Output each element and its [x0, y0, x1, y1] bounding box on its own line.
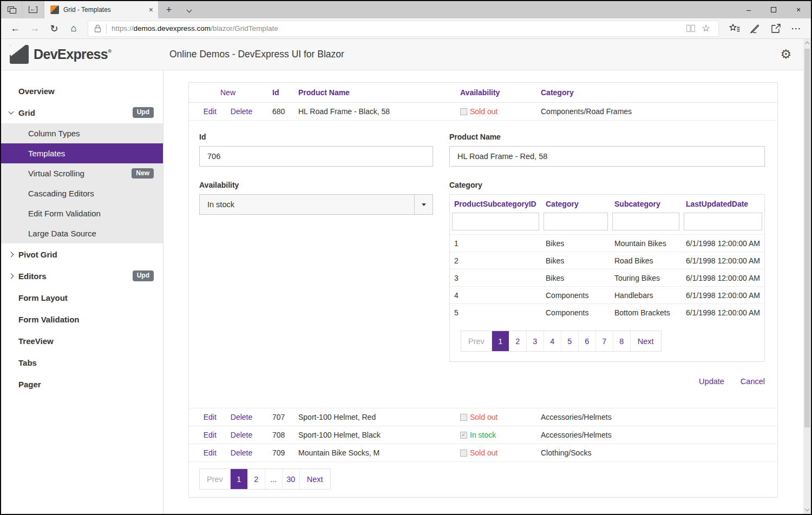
maximize-button[interactable]	[761, 1, 786, 18]
subgrid-cell: 6/1/1998 12:00:00 AM	[682, 274, 764, 282]
sidebar-item-virtual-scrolling[interactable]: Virtual ScrollingNew	[1, 163, 163, 183]
pager-page-button[interactable]: 7	[595, 331, 613, 351]
availability-combobox[interactable]: In stock	[199, 194, 433, 215]
sidebar-item-templates[interactable]: Templates	[1, 143, 163, 163]
pager-next-button[interactable]: Next	[630, 331, 661, 351]
delete-link[interactable]: Delete	[231, 107, 252, 116]
sidebar-item-pager[interactable]: Pager	[1, 373, 163, 395]
tab-close-icon[interactable]: ×	[149, 6, 153, 14]
column-header-category[interactable]: Category	[535, 88, 777, 97]
pager-next-button[interactable]: Next	[299, 469, 330, 489]
column-header-availability[interactable]: Availability	[456, 88, 535, 97]
filter-input-lastupdateddate[interactable]	[684, 213, 762, 230]
pager-page-button[interactable]: 3	[526, 331, 543, 351]
gear-icon[interactable]: ⚙	[780, 48, 791, 61]
sidebar-item-column-types[interactable]: Column Types	[1, 123, 163, 143]
subgrid-column-category[interactable]: Category	[541, 195, 610, 213]
browser-titlebar: Grid - Templates × + – ×	[1, 1, 811, 18]
devexpress-logo[interactable]: DevExpress®	[10, 45, 169, 64]
subgrid-column-lastupdateddate[interactable]: LastUpdatedDate	[682, 195, 764, 213]
pager-page-button[interactable]: 2	[509, 331, 526, 351]
delete-link[interactable]: Delete	[231, 431, 252, 439]
url-protocol: https://	[112, 24, 134, 32]
sidebar-item-pivot-grid[interactable]: Pivot Grid	[1, 243, 163, 265]
column-header-id[interactable]: Id	[267, 88, 293, 97]
subgrid-header-row: ProductSubcategoryID Category Subcategor…	[450, 195, 764, 213]
settings-more-icon[interactable]: ⋯	[786, 21, 807, 37]
new-tab-button[interactable]: +	[158, 1, 180, 18]
subgrid-row: 1 Bikes Mountain Bikes 6/1/1998 12:00:00…	[450, 234, 764, 252]
page-scrollbar[interactable]	[803, 39, 811, 514]
minimize-button[interactable]: –	[736, 1, 761, 18]
devexpress-logo-icon	[10, 45, 29, 64]
sidebar-item-label: Cascading Editors	[28, 189, 94, 198]
share-icon[interactable]	[765, 21, 786, 37]
sidebar-item-cascading-editors[interactable]: Cascading Editors	[1, 183, 163, 203]
registered-mark: ®	[108, 49, 111, 54]
tab-title: Grid - Templates	[63, 6, 145, 14]
home-button[interactable]: ⌂	[64, 21, 83, 37]
browser-tab[interactable]: Grid - Templates ×	[44, 1, 158, 18]
sidebar-item-form-validation[interactable]: Form Validation	[1, 308, 163, 330]
pager-ellipsis[interactable]: ...	[265, 469, 282, 489]
sidebar-item-overview[interactable]: Overview	[1, 80, 163, 102]
subgrid-column-productsubcategoryid[interactable]: ProductSubcategoryID	[450, 195, 541, 213]
cell-id: 709	[267, 448, 293, 457]
pager-page-button[interactable]: 6	[578, 331, 595, 351]
pager-page-button[interactable]: 4	[543, 331, 561, 351]
pager-page-button[interactable]: 30	[282, 469, 299, 489]
edit-link[interactable]: Edit	[204, 107, 217, 116]
delete-link[interactable]: Delete	[231, 448, 252, 457]
filter-input-subcategory[interactable]	[612, 213, 679, 230]
pager-page-button[interactable]: 2	[247, 469, 265, 489]
add-favorite-star-icon[interactable]: ☆	[698, 23, 713, 34]
pager-page-button[interactable]: 5	[561, 331, 578, 351]
sidebar-item-tabs[interactable]: Tabs	[1, 352, 163, 373]
edit-link[interactable]: Edit	[204, 431, 217, 439]
product-name-field[interactable]	[449, 146, 765, 167]
pager-prev-button[interactable]: Prev	[200, 469, 230, 489]
edit-link[interactable]: Edit	[204, 448, 217, 457]
sidebar-item-label: Large Data Source	[28, 229, 96, 238]
subgrid-cell: 6/1/1998 12:00:00 AM	[682, 239, 764, 248]
scroll-down-icon[interactable]	[804, 507, 809, 511]
pager-page-button[interactable]: 8	[613, 331, 630, 351]
sidebar-item-form-layout[interactable]: Form Layout	[1, 287, 163, 308]
filter-input-category[interactable]	[543, 213, 608, 230]
sidebar-item-label: Form Validation	[18, 315, 80, 324]
pager-page-button[interactable]: 1	[492, 331, 509, 351]
back-button[interactable]: ←	[5, 21, 25, 37]
sidebar-item-editors[interactable]: EditorsUpd	[1, 265, 163, 287]
forward-button[interactable]: →	[25, 21, 44, 37]
edit-link[interactable]: Edit	[204, 413, 217, 421]
sidebar-item-large-data-source[interactable]: Large Data Source	[1, 223, 163, 243]
cancel-link[interactable]: Cancel	[741, 377, 765, 386]
url-field[interactable]: https://demos.devexpress.com/blazor/Grid…	[88, 21, 719, 37]
tab-list-dropdown-button[interactable]	[180, 1, 198, 18]
availability-status: Sold out	[470, 107, 497, 116]
sidebar-item-edit-form-validation[interactable]: Edit Form Validation	[1, 203, 163, 223]
new-command-link[interactable]: New	[189, 88, 267, 97]
subgrid-cell: Bikes	[541, 274, 610, 282]
upd-badge: Upd	[133, 107, 154, 117]
id-field[interactable]	[199, 146, 433, 167]
combobox-dropdown-button[interactable]	[414, 195, 433, 214]
reading-view-icon[interactable]	[683, 24, 698, 32]
tabs-set-aside-button[interactable]	[23, 1, 43, 18]
pager-page-button[interactable]: 1	[230, 469, 247, 489]
pager-prev-button[interactable]: Prev	[461, 331, 492, 351]
filter-input-productsubcategoryid[interactable]	[452, 213, 539, 230]
window-close-button[interactable]: ×	[786, 1, 811, 18]
sidebar-item-treeview[interactable]: TreeView	[1, 330, 163, 352]
delete-link[interactable]: Delete	[231, 413, 252, 421]
scroll-up-icon[interactable]	[804, 42, 809, 46]
favorites-hub-icon[interactable]	[724, 21, 745, 37]
refresh-button[interactable]: ↻	[44, 21, 64, 37]
update-link[interactable]: Update	[699, 377, 724, 386]
sidebar-item-grid[interactable]: GridUpd	[1, 102, 163, 123]
subgrid-column-subcategory[interactable]: Subcategory	[610, 195, 682, 213]
scrollbar-thumb[interactable]	[804, 49, 810, 427]
web-note-pen-icon[interactable]	[745, 21, 765, 37]
column-header-product-name[interactable]: Product Name	[293, 88, 456, 97]
tab-preview-button[interactable]	[1, 1, 22, 18]
